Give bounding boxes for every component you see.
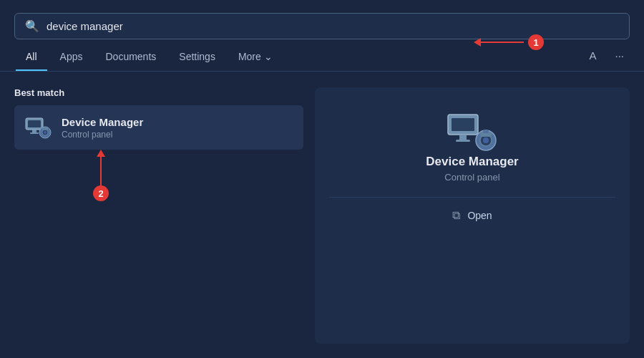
svg-point-6 [44, 131, 47, 134]
annotation-badge-2: 2 [93, 185, 109, 201]
search-input[interactable]: device manager [47, 20, 619, 32]
search-icon: 🔍 [25, 19, 39, 33]
svg-point-14 [483, 137, 489, 143]
svg-rect-17 [483, 130, 489, 133]
right-panel-divider [329, 197, 615, 198]
result-item-icon [24, 114, 52, 141]
annotation-arrowhead-2 [97, 150, 105, 157]
svg-rect-2 [32, 130, 36, 132]
annotation-arrow-1 [474, 38, 524, 47]
right-panel: Device Manager Control panel ⧉ Open [315, 87, 630, 344]
more-options-icon[interactable]: ··· [610, 48, 628, 63]
result-item-subtitle: Control panel [62, 130, 143, 140]
result-item-name: Device Manager [62, 116, 143, 128]
open-icon: ⧉ [452, 209, 460, 222]
svg-rect-7 [42, 127, 48, 130]
open-button[interactable]: ⧉ Open [452, 209, 492, 222]
right-device-manager-icon [447, 109, 498, 155]
device-manager-icon [24, 114, 52, 141]
nav-right-icons: A ··· [585, 48, 628, 70]
nav-tabs: All Apps Documents Settings More ⌄ A ··· [0, 39, 644, 72]
tab-apps[interactable]: Apps [50, 47, 93, 71]
tab-documents[interactable]: Documents [95, 47, 166, 71]
annotation-1-area: 1 [474, 34, 544, 50]
annotation-badge-1: 1 [528, 34, 544, 50]
svg-rect-10 [459, 135, 467, 140]
svg-rect-9 [452, 118, 474, 131]
best-match-label: Best match [14, 87, 303, 98]
tab-all[interactable]: All [16, 47, 47, 71]
svg-rect-1 [28, 120, 41, 127]
result-item-text: Device Manager Control panel [62, 116, 143, 140]
svg-rect-11 [456, 140, 470, 142]
result-item-device-manager[interactable]: Device Manager Control panel [14, 105, 303, 150]
main-content: Best match Device Manag [0, 72, 644, 344]
annotation-2-area: 2 [93, 155, 109, 201]
tab-settings[interactable]: Settings [169, 47, 225, 71]
annotation-2-container: 2 [14, 150, 303, 214]
chevron-down-icon: ⌄ [264, 51, 273, 62]
tab-more[interactable]: More ⌄ [228, 47, 283, 71]
svg-rect-3 [30, 132, 39, 134]
right-panel-app-name: Device Manager [426, 155, 518, 169]
right-panel-app-subtitle: Control panel [444, 172, 499, 183]
annotation-arrow-line-2 [100, 155, 102, 185]
open-label: Open [467, 210, 492, 221]
font-size-icon[interactable]: A [585, 48, 600, 63]
left-panel: Best match Device Manag [14, 87, 315, 344]
